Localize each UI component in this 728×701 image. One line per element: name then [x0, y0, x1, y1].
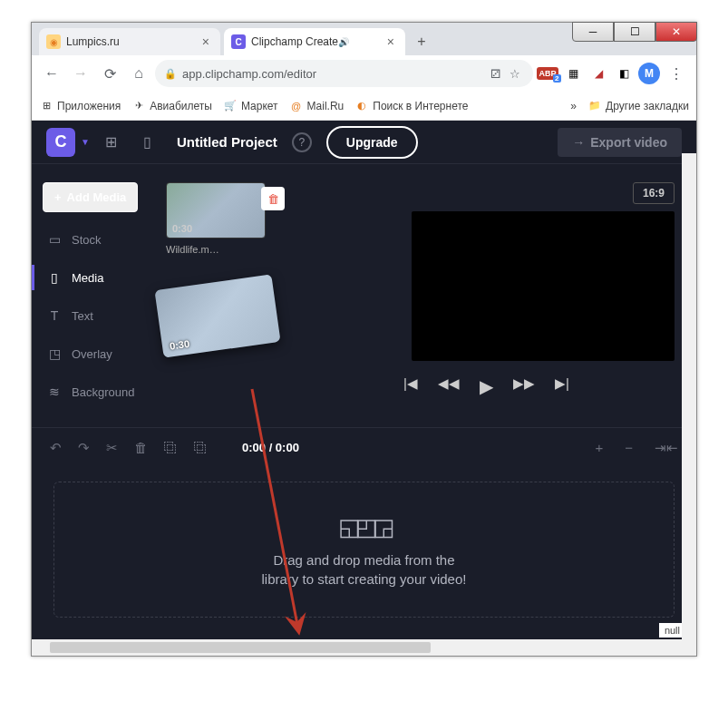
url-text: app.clipchamp.com/editor: [182, 67, 316, 81]
sidebar-item-stock[interactable]: ▭Stock: [43, 227, 148, 252]
document-icon[interactable]: ▯: [133, 128, 162, 157]
favicon-clipchamp: C: [231, 34, 246, 49]
back-button[interactable]: ←: [39, 61, 64, 86]
favicon-lumpics: ◉: [46, 34, 61, 49]
copy-button[interactable]: ⿻: [164, 440, 178, 455]
dropzone-text-2: library to start creating your video!: [262, 571, 467, 587]
play-button[interactable]: ▶: [480, 375, 493, 397]
home-button[interactable]: ⌂: [126, 61, 151, 86]
sidebar-item-media[interactable]: ▯Media: [43, 265, 148, 290]
zoom-out-button[interactable]: −: [625, 440, 633, 456]
project-title[interactable]: Untitled Project: [177, 134, 277, 150]
upgrade-button[interactable]: Upgrade: [326, 126, 418, 159]
reload-button[interactable]: ⟳: [97, 61, 122, 86]
film-icon[interactable]: ⊞: [97, 128, 126, 157]
forward-button[interactable]: →: [68, 61, 93, 86]
timeline-time: 0:00 / 0:00: [242, 441, 299, 454]
extension-abp[interactable]: ABP2: [537, 63, 558, 84]
skip-start-button[interactable]: |◀: [403, 375, 418, 397]
extension-icon[interactable]: ▦: [562, 63, 584, 84]
horizontal-scrollbar[interactable]: [32, 639, 696, 656]
lock-icon: 🔒: [164, 68, 177, 80]
browser-tab-clipchamp[interactable]: C Clipchamp Create 🔊 ×: [224, 28, 405, 55]
audio-icon[interactable]: 🔊: [338, 37, 349, 47]
undo-button[interactable]: ↶: [50, 440, 62, 456]
window-minimize[interactable]: ─: [572, 22, 614, 42]
media-icon: ▯: [46, 270, 63, 285]
bookmark-star[interactable]: ☆: [506, 64, 524, 83]
new-tab-button[interactable]: +: [409, 29, 434, 54]
add-media-button[interactable]: +Add Media: [43, 182, 138, 212]
fit-button[interactable]: ⇥⇤: [655, 440, 678, 456]
delete-button[interactable]: 🗑: [261, 187, 285, 210]
export-arrow-icon: →: [572, 135, 585, 150]
stock-icon: ▭: [46, 232, 63, 247]
duration-label: 0:30: [172, 223, 192, 234]
app-logo[interactable]: C: [46, 128, 75, 157]
timeline-dropzone[interactable]: ◱◰◲ Drag and drop media from the library…: [53, 482, 675, 618]
extension-icon[interactable]: ◧: [613, 63, 635, 84]
bookmark-apps[interactable]: ⊞Приложения: [39, 99, 121, 113]
sidebar-item-overlay[interactable]: ◳Overlay: [43, 341, 148, 366]
logo-chevron-icon[interactable]: ▼: [81, 137, 90, 147]
bookmark-other[interactable]: 📁Другие закладки: [587, 99, 689, 113]
skip-end-button[interactable]: ▶|: [555, 375, 569, 397]
zoom-in-button[interactable]: +: [595, 440, 603, 456]
background-icon: ≋: [46, 385, 63, 399]
help-icon[interactable]: ?: [292, 132, 312, 152]
extension-pdf[interactable]: ◢: [587, 63, 609, 84]
translate-icon[interactable]: ⚂: [486, 64, 504, 83]
redo-button[interactable]: ↷: [78, 440, 90, 456]
duration-label: 0:30: [169, 338, 189, 352]
tab-close[interactable]: ×: [383, 34, 398, 49]
bookmark-more[interactable]: »: [570, 100, 577, 112]
bookmark-poisk[interactable]: ◐Поиск в Интернете: [354, 99, 468, 113]
bookmark-avia[interactable]: ✈Авиабилеты: [131, 99, 212, 113]
sidebar-item-background[interactable]: ≋Background: [43, 379, 148, 404]
bookmark-mail[interactable]: @Mail.Ru: [289, 99, 345, 113]
bookmark-market[interactable]: 🛒Маркет: [223, 99, 278, 113]
sidebar-item-text[interactable]: TText: [43, 303, 148, 328]
rewind-button[interactable]: ◀◀: [438, 375, 460, 397]
address-bar[interactable]: 🔒 app.clipchamp.com/editor ⚂ ☆: [155, 60, 533, 87]
menu-button[interactable]: ⋮: [664, 61, 689, 86]
forward-button[interactable]: ▶▶: [513, 375, 535, 397]
filename-label: Wildlife.m…: [166, 244, 306, 255]
overlay-icon: ◳: [46, 346, 63, 361]
dragging-thumbnail[interactable]: 0:30: [154, 274, 280, 357]
delete-timeline-button[interactable]: 🗑: [134, 440, 148, 455]
tab-close[interactable]: ×: [199, 34, 213, 49]
profile-avatar[interactable]: M: [638, 63, 660, 84]
plus-icon: +: [54, 190, 62, 204]
tab-title: Lumpics.ru: [66, 35, 120, 48]
video-preview[interactable]: [412, 211, 675, 361]
text-icon: T: [46, 308, 63, 323]
vertical-scrollbar[interactable]: [682, 153, 696, 639]
window-close[interactable]: ✕: [655, 22, 697, 42]
duplicate-button[interactable]: ⿻: [194, 440, 208, 455]
browser-tab-lumpics[interactable]: ◉ Lumpics.ru ×: [39, 28, 220, 55]
tab-title: Clipchamp Create: [251, 35, 338, 48]
dropzone-cards-icon: ◱◰◲: [338, 513, 390, 541]
dropzone-text-1: Drag and drop media from the: [273, 552, 454, 568]
window-maximize[interactable]: ☐: [614, 22, 655, 42]
media-thumbnail[interactable]: 🗑 0:30: [166, 182, 266, 239]
export-button[interactable]: →Export video: [558, 128, 682, 157]
cut-button[interactable]: ✂: [106, 440, 118, 456]
aspect-ratio-button[interactable]: 16:9: [633, 182, 675, 204]
